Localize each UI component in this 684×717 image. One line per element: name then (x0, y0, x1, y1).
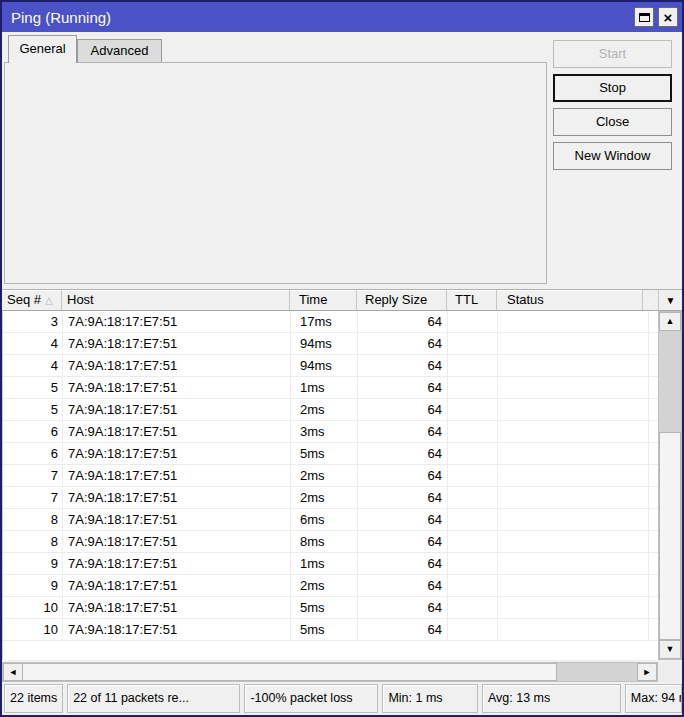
cell-reply-size: 64 (358, 597, 448, 618)
cell-time: 2ms (291, 465, 358, 486)
vertical-scrollbar[interactable]: ▲ ▼ (658, 311, 682, 660)
cell-time: 3ms (291, 421, 358, 442)
cell-ttl (448, 509, 498, 530)
table-row[interactable]: 10 7A:9A:18:17:E7:51 5ms 64 (3, 619, 658, 641)
cell-status (498, 465, 649, 486)
table-row[interactable]: 6 7A:9A:18:17:E7:51 3ms 64 (3, 421, 658, 443)
cell-time: 5ms (291, 597, 358, 618)
start-button[interactable]: Start (553, 40, 672, 68)
maximize-button[interactable] (634, 7, 654, 27)
window-title: Ping (Running) (2, 9, 634, 26)
cell-status (498, 333, 649, 354)
cell-seq: 8 (3, 509, 63, 530)
cell-host: 7A:9A:18:17:E7:51 (63, 311, 291, 332)
cell-reply-size: 64 (358, 531, 448, 552)
table-row[interactable]: 4 7A:9A:18:17:E7:51 94ms 64 (3, 333, 658, 355)
cell-reply-size: 64 (358, 575, 448, 596)
cell-ttl (448, 355, 498, 376)
cell-status (498, 619, 649, 640)
table-row[interactable]: 7 7A:9A:18:17:E7:51 2ms 64 (3, 465, 658, 487)
scroll-up-button[interactable]: ▲ (659, 312, 681, 331)
column-header-status[interactable]: Status (497, 290, 643, 310)
cell-host: 7A:9A:18:17:E7:51 (63, 443, 291, 464)
cell-time: 1ms (291, 553, 358, 574)
table-row[interactable]: 8 7A:9A:18:17:E7:51 6ms 64 (3, 509, 658, 531)
table-row[interactable]: 9 7A:9A:18:17:E7:51 1ms 64 (3, 553, 658, 575)
cell-host: 7A:9A:18:17:E7:51 (63, 333, 291, 354)
cell-host: 7A:9A:18:17:E7:51 (63, 377, 291, 398)
status-avg-time: Avg: 13 ms (482, 684, 621, 713)
close-window-button[interactable]: × (658, 7, 678, 27)
cell-status (498, 531, 649, 552)
cell-time: 8ms (291, 531, 358, 552)
cell-seq: 4 (3, 355, 63, 376)
column-picker-button[interactable]: ▼ (658, 289, 682, 311)
cell-host: 7A:9A:18:17:E7:51 (63, 421, 291, 442)
cell-seq: 7 (3, 487, 63, 508)
cell-ttl (448, 421, 498, 442)
status-packets-received: 22 of 11 packets re... (67, 684, 240, 713)
cell-ttl (448, 311, 498, 332)
cell-status (498, 553, 649, 574)
table-row[interactable]: 5 7A:9A:18:17:E7:51 2ms 64 (3, 399, 658, 421)
close-button[interactable]: Close (553, 108, 672, 136)
table-row[interactable]: 4 7A:9A:18:17:E7:51 94ms 64 (3, 355, 658, 377)
cell-seq: 5 (3, 399, 63, 420)
table-row[interactable]: 10 7A:9A:18:17:E7:51 5ms 64 (3, 597, 658, 619)
cell-seq: 3 (3, 311, 63, 332)
table-row[interactable]: 6 7A:9A:18:17:E7:51 5ms 64 (3, 443, 658, 465)
cell-seq: 4 (3, 333, 63, 354)
cell-ttl (448, 575, 498, 596)
cell-ttl (448, 465, 498, 486)
stop-button[interactable]: Stop (553, 74, 672, 102)
cell-time: 1ms (291, 377, 358, 398)
cell-seq: 6 (3, 421, 63, 442)
tab-advanced[interactable]: Advanced (77, 39, 162, 62)
maximize-icon (639, 13, 650, 22)
cell-time: 5ms (291, 619, 358, 640)
cell-reply-size: 64 (358, 421, 448, 442)
scroll-down-button[interactable]: ▼ (659, 640, 681, 659)
cell-ttl (448, 487, 498, 508)
cell-host: 7A:9A:18:17:E7:51 (63, 509, 291, 530)
cell-seq: 7 (3, 465, 63, 486)
cell-status (498, 487, 649, 508)
vertical-scrollbar-thumb[interactable] (659, 432, 681, 640)
horizontal-scrollbar[interactable]: ◄ ► (2, 662, 658, 682)
scroll-right-button[interactable]: ► (637, 663, 657, 681)
table-row[interactable]: 3 7A:9A:18:17:E7:51 17ms 64 (3, 311, 658, 333)
table-row[interactable]: 9 7A:9A:18:17:E7:51 2ms 64 (3, 575, 658, 597)
cell-reply-size: 64 (358, 553, 448, 574)
cell-time: 94ms (291, 355, 358, 376)
column-picker-icon: ▼ (666, 295, 676, 306)
column-header-reply-size[interactable]: Reply Size (357, 290, 447, 310)
horizontal-scrollbar-thumb[interactable] (22, 663, 557, 681)
cell-status (498, 509, 649, 530)
tab-general[interactable]: General (8, 35, 77, 63)
scroll-down-icon: ▼ (666, 645, 675, 654)
column-header-time[interactable]: Time (290, 290, 357, 310)
cell-host: 7A:9A:18:17:E7:51 (63, 399, 291, 420)
scroll-left-button[interactable]: ◄ (3, 663, 23, 681)
cell-ttl (448, 333, 498, 354)
table-row[interactable]: 7 7A:9A:18:17:E7:51 2ms 64 (3, 487, 658, 509)
cell-ttl (448, 553, 498, 574)
column-header-host[interactable]: Host (62, 290, 290, 310)
table-body[interactable]: 3 7A:9A:18:17:E7:51 17ms 64 4 7A:9A:18:1… (2, 311, 658, 660)
table-row[interactable]: 5 7A:9A:18:17:E7:51 1ms 64 (3, 377, 658, 399)
cell-host: 7A:9A:18:17:E7:51 (63, 487, 291, 508)
cell-time: 5ms (291, 443, 358, 464)
titlebar[interactable]: Ping (Running) × (2, 2, 682, 32)
status-packet-loss: -100% packet loss (244, 684, 378, 713)
cell-status (498, 399, 649, 420)
cell-status (498, 421, 649, 442)
cell-reply-size: 64 (358, 465, 448, 486)
cell-time: 17ms (291, 311, 358, 332)
table-row[interactable]: 8 7A:9A:18:17:E7:51 8ms 64 (3, 531, 658, 553)
cell-host: 7A:9A:18:17:E7:51 (63, 575, 291, 596)
column-header-ttl[interactable]: TTL (447, 290, 497, 310)
cell-host: 7A:9A:18:17:E7:51 (63, 597, 291, 618)
cell-reply-size: 64 (358, 311, 448, 332)
new-window-button[interactable]: New Window (553, 142, 672, 170)
column-header-seq[interactable]: Seq #△ (2, 290, 62, 310)
